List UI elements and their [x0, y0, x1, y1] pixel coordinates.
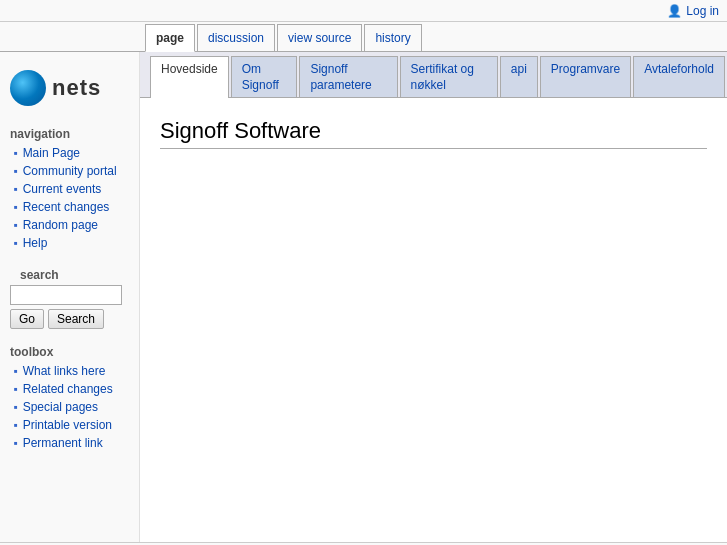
- page-tab-history[interactable]: history: [364, 24, 421, 51]
- content-tab-avtaleforhold[interactable]: Avtaleforhold: [633, 56, 725, 97]
- top-bar: 👤 Log in: [0, 0, 727, 22]
- nav-item: Community portal: [0, 162, 139, 180]
- content-tab-om-signoff[interactable]: Om Signoff: [231, 56, 298, 97]
- nav-item: Current events: [0, 180, 139, 198]
- toolbox-link[interactable]: Related changes: [23, 382, 113, 396]
- nav-link[interactable]: Help: [23, 236, 48, 250]
- content-area: HovedsideOm SignoffSignoff parametereSer…: [140, 52, 727, 542]
- content-tab-sertifikat-og-nokkel[interactable]: Sertifikat og nøkkel: [400, 56, 498, 97]
- nav-link[interactable]: Main Page: [23, 146, 80, 160]
- toolbox-link[interactable]: Permanent link: [23, 436, 103, 450]
- content-tab-api[interactable]: api: [500, 56, 538, 97]
- user-icon: 👤: [667, 4, 682, 18]
- search-title: search: [10, 262, 129, 285]
- search-input[interactable]: [10, 285, 122, 305]
- search-section: search Go Search: [0, 262, 139, 339]
- navigation-list: Main PageCommunity portalCurrent eventsR…: [0, 144, 139, 262]
- toolbox-title: toolbox: [0, 339, 139, 362]
- logo: nets: [0, 60, 139, 121]
- logo-text: nets: [52, 75, 101, 101]
- content-tab-hovedside[interactable]: Hovedside: [150, 56, 229, 98]
- login-link[interactable]: Log in: [686, 4, 719, 18]
- nav-link[interactable]: Current events: [23, 182, 102, 196]
- navigation-title: navigation: [0, 121, 139, 144]
- content-tabs: HovedsideOm SignoffSignoff parametereSer…: [140, 52, 727, 98]
- sidebar: nets navigation Main PageCommunity porta…: [0, 52, 140, 542]
- logo-globe: [10, 70, 46, 106]
- nav-link[interactable]: Community portal: [23, 164, 117, 178]
- page-tab-discussion[interactable]: discussion: [197, 24, 275, 51]
- page-tabs: pagediscussionview sourcehistory: [0, 22, 727, 52]
- content-tab-programvare[interactable]: Programvare: [540, 56, 631, 97]
- toolbox-item: Special pages: [0, 398, 139, 416]
- toolbox-item: What links here: [0, 362, 139, 380]
- nav-link[interactable]: Random page: [23, 218, 98, 232]
- search-button[interactable]: Search: [48, 309, 104, 329]
- toolbox-link[interactable]: Special pages: [23, 400, 98, 414]
- content-tab-signoff-parametere[interactable]: Signoff parametere: [299, 56, 397, 97]
- go-button[interactable]: Go: [10, 309, 44, 329]
- page-tab-view-source[interactable]: view source: [277, 24, 362, 51]
- toolbox-link[interactable]: Printable version: [23, 418, 112, 432]
- nav-item: Random page: [0, 216, 139, 234]
- toolbox-list: What links hereRelated changesSpecial pa…: [0, 362, 139, 462]
- main-layout: nets navigation Main PageCommunity porta…: [0, 52, 727, 542]
- page-title: Signoff Software: [160, 118, 707, 149]
- page-content: Signoff Software: [140, 98, 727, 175]
- nav-item: Main Page: [0, 144, 139, 162]
- toolbox-link[interactable]: What links here: [23, 364, 106, 378]
- toolbox-item: Permanent link: [0, 434, 139, 452]
- nav-item: Recent changes: [0, 198, 139, 216]
- page-tab-page[interactable]: page: [145, 24, 195, 52]
- nav-item: Help: [0, 234, 139, 252]
- nav-link[interactable]: Recent changes: [23, 200, 110, 214]
- toolbox-item: Related changes: [0, 380, 139, 398]
- toolbox-item: Printable version: [0, 416, 139, 434]
